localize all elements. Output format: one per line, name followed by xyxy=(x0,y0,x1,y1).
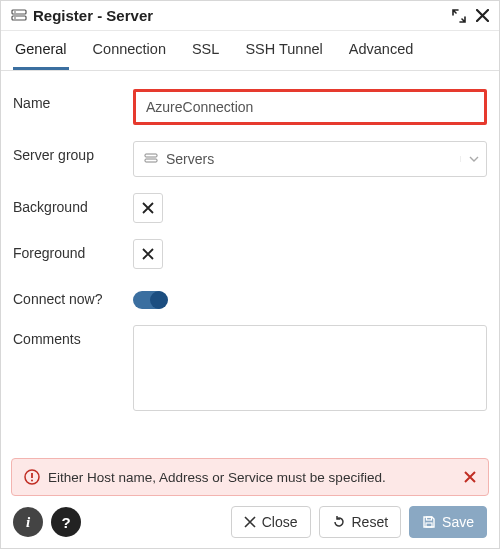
tab-connection[interactable]: Connection xyxy=(91,31,168,70)
close-x-icon xyxy=(244,516,256,528)
error-message: Either Host name, Address or Service mus… xyxy=(48,470,456,485)
info-button[interactable]: i xyxy=(13,507,43,537)
dialog-title: Register - Server xyxy=(33,7,452,24)
titlebar: Register - Server xyxy=(1,1,499,31)
error-bar: Either Host name, Address or Service mus… xyxy=(11,458,489,496)
svg-rect-1 xyxy=(12,16,26,20)
background-clear-button[interactable] xyxy=(133,193,163,223)
tab-general[interactable]: General xyxy=(13,31,69,70)
foreground-label: Foreground xyxy=(13,239,133,261)
reset-button-label: Reset xyxy=(352,514,389,530)
tab-advanced[interactable]: Advanced xyxy=(347,31,416,70)
background-label: Background xyxy=(13,193,133,215)
server-group-value: Servers xyxy=(166,151,214,167)
svg-point-2 xyxy=(14,11,16,13)
close-icon[interactable] xyxy=(476,9,489,23)
svg-point-3 xyxy=(14,17,16,19)
save-icon xyxy=(422,515,436,529)
close-button-label: Close xyxy=(262,514,298,530)
svg-point-8 xyxy=(31,480,33,482)
comments-input[interactable] xyxy=(133,325,487,411)
reset-button[interactable]: Reset xyxy=(319,506,402,538)
alert-icon xyxy=(24,469,40,485)
name-label: Name xyxy=(13,89,133,111)
svg-rect-10 xyxy=(427,517,432,520)
connect-now-toggle[interactable] xyxy=(133,291,167,309)
save-button[interactable]: Save xyxy=(409,506,487,538)
tab-ssh-tunnel[interactable]: SSH Tunnel xyxy=(243,31,324,70)
close-button[interactable]: Close xyxy=(231,506,311,538)
svg-rect-9 xyxy=(426,523,432,527)
tab-ssl[interactable]: SSL xyxy=(190,31,221,70)
svg-rect-5 xyxy=(145,159,157,162)
servers-icon xyxy=(144,152,158,166)
tab-bar: General Connection SSL SSH Tunnel Advanc… xyxy=(1,31,499,71)
error-close-icon[interactable] xyxy=(464,471,476,483)
foreground-clear-button[interactable] xyxy=(133,239,163,269)
form-area: Name Server group Servers Background xyxy=(1,71,499,458)
svg-rect-4 xyxy=(145,154,157,157)
chevron-down-icon xyxy=(460,156,486,162)
expand-icon[interactable] xyxy=(452,9,466,23)
name-input[interactable] xyxy=(133,89,487,125)
server-group-label: Server group xyxy=(13,141,133,163)
svg-rect-0 xyxy=(12,10,26,14)
footer: i ? Close Reset Save xyxy=(1,496,499,548)
toggle-knob xyxy=(150,291,168,309)
save-button-label: Save xyxy=(442,514,474,530)
reset-icon xyxy=(332,515,346,529)
connect-now-label: Connect now? xyxy=(13,285,133,307)
server-icon xyxy=(11,8,27,24)
server-group-select[interactable]: Servers xyxy=(133,141,487,177)
comments-label: Comments xyxy=(13,325,133,347)
help-button[interactable]: ? xyxy=(51,507,81,537)
